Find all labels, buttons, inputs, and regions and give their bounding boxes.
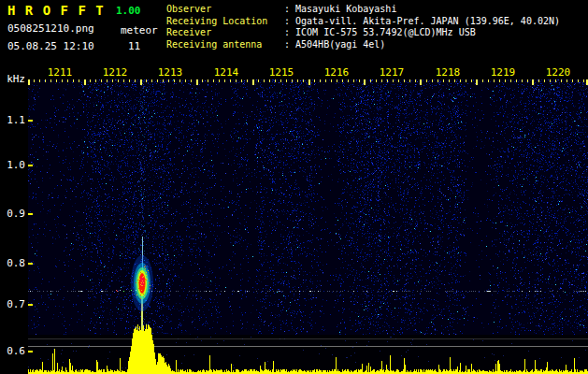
mode-label: meteor [121, 24, 158, 36]
info-value: : Ogata-vill. Akita-Pref. JAPAN (139.96E… [284, 16, 560, 26]
info-label: Receiving Location [166, 16, 284, 28]
time-tick-label: 1215 [267, 66, 295, 79]
time-tick-label: 1220 [544, 66, 572, 79]
info-row-receiver: Receiver: ICOM IC-575 53.7492(@LCD)MHz U… [166, 27, 560, 39]
info-label: Observer [166, 4, 284, 16]
freq-axis-unit: kHz [1, 73, 25, 85]
info-row-observer: Observer: Masayuki Kobayashi [166, 4, 560, 16]
freq-tick-label: 1.1 [1, 114, 25, 126]
time-tick-label: 1217 [378, 66, 406, 79]
info-row-antenna: Receiving antenna: A504HB(yagi 4el) [166, 39, 560, 51]
station-info: Observer: Masayuki Kobayashi Receiving L… [166, 4, 560, 50]
freq-tick-label: 1.0 [1, 159, 25, 171]
time-tick-label: 1218 [434, 66, 462, 79]
time-tick-label: 1214 [212, 66, 240, 79]
info-label: Receiver [166, 27, 284, 39]
info-row-location: Receiving Location: Ogata-vill. Akita-Pr… [166, 16, 560, 28]
observation-timestamp: 05.08.25 12:10 [7, 40, 94, 52]
freq-tick-label: 0.8 [1, 257, 25, 269]
echo-count: 11 [128, 40, 140, 52]
freq-tick-label: 0.7 [1, 298, 25, 310]
app-version: 1.00 [116, 5, 141, 17]
time-tick-label: 1219 [489, 66, 517, 79]
time-tick-label: 1212 [101, 66, 129, 79]
info-value: : A504HB(yagi 4el) [284, 39, 385, 50]
info-value: : Masayuki Kobayashi [284, 4, 396, 14]
info-label: Receiving antenna [166, 39, 284, 51]
time-tick-label: 1211 [46, 66, 74, 79]
freq-tick-label: 0.6 [1, 345, 25, 357]
time-tick-label: 1213 [156, 66, 184, 79]
output-filename: 0508251210.png [7, 22, 94, 35]
freq-tick-label: 0.9 [1, 208, 25, 220]
info-value: : ICOM IC-575 53.7492(@LCD)MHz USB [284, 27, 476, 37]
time-tick-label: 1216 [323, 66, 351, 79]
app-title: H R O F F T [7, 3, 105, 18]
hrofft-screen: H R O F F T 1.00 0508251210.png meteor 0… [0, 0, 588, 374]
spectrogram-canvas [28, 79, 588, 374]
